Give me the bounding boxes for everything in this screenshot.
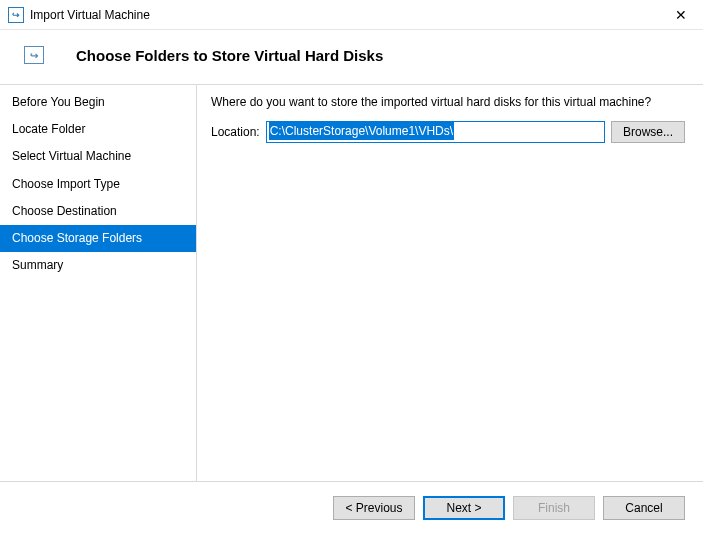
location-label: Location: [211,125,260,139]
step-before-you-begin[interactable]: Before You Begin [0,89,196,116]
button-label: Next > [446,501,481,515]
step-select-vm[interactable]: Select Virtual Machine [0,143,196,170]
step-summary[interactable]: Summary [0,252,196,279]
button-label: Finish [538,501,570,515]
window-title: Import Virtual Machine [30,8,658,22]
location-input[interactable]: C:\ClusterStorage\Volume1\VHDs\ [266,121,605,143]
step-label: Choose Storage Folders [12,231,142,245]
location-value: C:\ClusterStorage\Volume1\VHDs\ [269,122,454,140]
wizard-window: ↪ Import Virtual Machine ✕ ↪ Choose Fold… [0,0,703,534]
step-choose-destination[interactable]: Choose Destination [0,198,196,225]
prompt-text: Where do you want to store the imported … [211,95,685,109]
app-icon: ↪ [8,7,24,23]
step-label: Select Virtual Machine [12,149,131,163]
wizard-footer: < Previous Next > Finish Cancel [0,481,703,534]
wizard-header: ↪ Choose Folders to Store Virtual Hard D… [0,30,703,84]
previous-button[interactable]: < Previous [333,496,415,520]
wizard-content: Where do you want to store the imported … [196,85,703,481]
arrow-import-icon: ↪ [24,46,44,64]
step-label: Choose Destination [12,204,117,218]
wizard-body: Before You Begin Locate Folder Select Vi… [0,84,703,481]
next-button[interactable]: Next > [423,496,505,520]
step-label: Summary [12,258,63,272]
button-label: < Previous [345,501,402,515]
browse-button[interactable]: Browse... [611,121,685,143]
title-bar: ↪ Import Virtual Machine ✕ [0,0,703,30]
page-title: Choose Folders to Store Virtual Hard Dis… [76,47,383,64]
step-label: Before You Begin [12,95,105,109]
finish-button: Finish [513,496,595,520]
step-choose-storage[interactable]: Choose Storage Folders [0,225,196,252]
browse-label: Browse... [623,125,673,139]
step-label: Choose Import Type [12,177,120,191]
wizard-steps: Before You Begin Locate Folder Select Vi… [0,85,196,481]
step-import-type[interactable]: Choose Import Type [0,171,196,198]
step-label: Locate Folder [12,122,85,136]
button-label: Cancel [625,501,662,515]
cancel-button[interactable]: Cancel [603,496,685,520]
step-locate-folder[interactable]: Locate Folder [0,116,196,143]
close-button[interactable]: ✕ [658,0,703,30]
close-icon: ✕ [675,7,687,23]
location-row: Location: C:\ClusterStorage\Volume1\VHDs… [211,121,685,143]
